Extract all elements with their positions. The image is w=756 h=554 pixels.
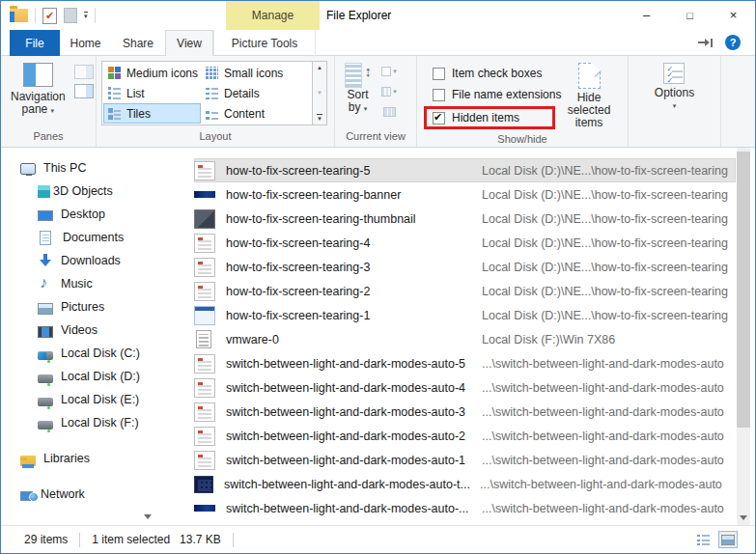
add-columns-button[interactable]: ▾ [378, 83, 400, 100]
pin-ribbon-icon[interactable] [698, 38, 713, 48]
sidebar-item-icon [38, 276, 53, 291]
sort-by-icon [345, 63, 371, 86]
sidebar-item[interactable]: Pictures [1, 295, 155, 319]
file-row[interactable]: switch-between-light-and-dark-modes-auto… [194, 375, 736, 400]
file-name: vmware-0 [226, 333, 482, 346]
sidebar-item[interactable]: Music [1, 272, 155, 295]
options-icon [663, 63, 685, 84]
scroll-down-icon[interactable] [144, 514, 152, 519]
group-by-button[interactable]: ▾ [378, 63, 400, 80]
show-hide-checkbox-row[interactable]: File name extensions [424, 85, 555, 104]
checkbox[interactable] [433, 89, 445, 101]
maximize-button[interactable]: □ [668, 1, 712, 29]
file-row[interactable]: how-to-fix-screen-tearing-1 Local Disk (… [194, 303, 736, 327]
layout-option-label: Content [224, 107, 265, 121]
sidebar-item-label: Network [41, 487, 85, 501]
layout-option[interactable]: Content [201, 103, 298, 124]
sidebar-item[interactable]: Local Disk (D:) [1, 365, 155, 388]
sidebar-item[interactable]: Local Disk (F:) [1, 411, 155, 434]
file-thumbnail-icon [196, 330, 211, 348]
view-toggle-buttons [693, 531, 738, 548]
sidebar-item-label: Local Disk (E:) [61, 393, 139, 406]
sidebar-item[interactable]: Libraries [1, 447, 155, 470]
file-location: Local Disk (D:)\NE...\how-to-fix-screen-… [482, 188, 736, 202]
options-button[interactable]: Options ▾ [650, 61, 699, 114]
sidebar-item[interactable]: This PC [1, 156, 155, 180]
close-button[interactable]: × [712, 1, 755, 29]
file-row[interactable]: switch-between-light-and-dark-modes-auto… [194, 351, 736, 375]
file-thumbnail-icon [194, 476, 213, 493]
hide-selected-items-icon [578, 63, 601, 89]
file-explorer-window: ▾ Manage File Explorer – □ × File Home S… [0, 0, 756, 554]
contextual-tab-manage[interactable]: Manage [226, 1, 320, 30]
sidebar-item-label: Local Disk (F:) [61, 416, 139, 429]
sidebar-item[interactable]: Local Disk (E:) [1, 388, 155, 411]
sidebar-scrollbar[interactable] [142, 148, 154, 525]
tab-share[interactable]: Share [111, 30, 165, 56]
scroll-up-icon[interactable]: ▲ [317, 65, 322, 70]
sidebar-item[interactable]: 3D Objects [1, 180, 155, 203]
file-row[interactable]: switch-between-light-and-dark-modes-auto… [194, 448, 736, 472]
tab-view[interactable]: View [165, 30, 213, 56]
more-layouts-icon[interactable]: ▼ [317, 114, 322, 122]
file-row[interactable]: how-to-fix-screen-tearing-4 Local Disk (… [194, 231, 736, 255]
customize-quick-access-icon[interactable]: ▾ [84, 12, 88, 19]
large-thumbnails-view-button[interactable] [718, 531, 738, 548]
layout-option[interactable]: Small icons [201, 63, 298, 83]
sidebar-item[interactable]: Videos [1, 319, 155, 342]
tab-picture-tools[interactable]: Picture Tools [213, 30, 316, 56]
sort-by-button[interactable]: Sort by ▾ [340, 61, 376, 117]
sidebar-item[interactable]: Downloads [1, 249, 155, 272]
file-location: ...\switch-between-light-and-dark-modes-… [482, 357, 736, 371]
new-folder-icon[interactable] [64, 8, 77, 23]
show-hide-checkbox-row[interactable]: Hidden items [424, 106, 555, 129]
group-label-options [629, 128, 720, 147]
layout-option[interactable]: Medium icons [103, 63, 201, 83]
file-location: Local Disk (F:)\Win 7X86 [482, 333, 736, 346]
details-pane-button[interactable] [74, 84, 94, 98]
sidebar-item-icon [38, 398, 53, 406]
sidebar-item[interactable]: Local Disk (C:) [1, 342, 155, 365]
file-name: switch-between-light-and-dark-modes-auto… [226, 405, 482, 419]
sidebar-item-label: 3D Objects [53, 184, 113, 198]
layout-option[interactable]: Tiles [103, 103, 201, 124]
preview-pane-button[interactable] [74, 65, 94, 79]
file-row[interactable]: switch-between-light-and-dark-modes-auto… [194, 424, 736, 448]
ribbon-view-tab-content: Navigation pane ▾ Panes [1, 56, 755, 148]
sidebar-item[interactable]: Network [1, 483, 155, 506]
file-row[interactable]: switch-between-light-and-dark-modes-auto… [194, 472, 736, 496]
file-row[interactable]: how-to-fix-screen-tearing-3 Local Disk (… [194, 255, 736, 279]
scrollbar-thumb[interactable] [737, 152, 750, 428]
file-row[interactable]: how-to-fix-screen-tearing-banner Local D… [194, 182, 736, 207]
tab-file[interactable]: File [10, 30, 60, 56]
properties-check-icon[interactable] [42, 8, 57, 24]
file-row[interactable]: how-to-fix-screen-tearing-thumbnail Loca… [194, 207, 736, 231]
scroll-down-icon[interactable] [740, 515, 747, 520]
tab-home[interactable]: Home [60, 30, 111, 56]
sidebar-item-label: Videos [61, 323, 98, 337]
minimize-button[interactable]: – [625, 1, 668, 29]
size-all-columns-button[interactable] [378, 103, 400, 121]
details-view-button[interactable] [693, 531, 713, 548]
scroll-down-icon[interactable]: ▼ [317, 90, 322, 96]
navigation-pane-button[interactable]: Navigation pane ▾ [6, 61, 70, 119]
checkbox[interactable] [433, 112, 445, 125]
layout-option[interactable]: Details [201, 83, 298, 103]
sidebar-item[interactable]: Documents [1, 226, 155, 249]
file-location: ...\switch-between-light-and-dark-modes-… [482, 381, 736, 395]
layout-option[interactable]: List [103, 83, 201, 103]
file-row[interactable]: switch-between-light-and-dark-modes-auto… [194, 496, 736, 520]
file-row[interactable]: how-to-fix-screen-tearing-5 Local Disk (… [194, 158, 736, 182]
file-explorer-app-icon [10, 9, 28, 22]
sidebar-item[interactable]: Desktop [1, 203, 155, 226]
show-hide-checkbox-row[interactable]: Item check boxes [424, 64, 555, 83]
file-row[interactable]: vmware-0 Local Disk (F:)\Win 7X86 [194, 327, 736, 351]
file-row[interactable]: how-to-fix-screen-tearing-2 Local Disk (… [194, 279, 736, 303]
file-list-scrollbar[interactable] [737, 148, 750, 525]
help-icon[interactable]: ? [725, 35, 741, 50]
file-location: ...\switch-between-light-and-dark-modes-… [482, 429, 736, 443]
file-row[interactable]: switch-between-light-and-dark-modes-auto… [194, 400, 736, 424]
hide-selected-items-button[interactable]: Hide selected items [555, 61, 623, 131]
checkbox[interactable] [433, 68, 445, 80]
file-location: ...\switch-between-light-and-dark-modes-… [482, 454, 736, 467]
